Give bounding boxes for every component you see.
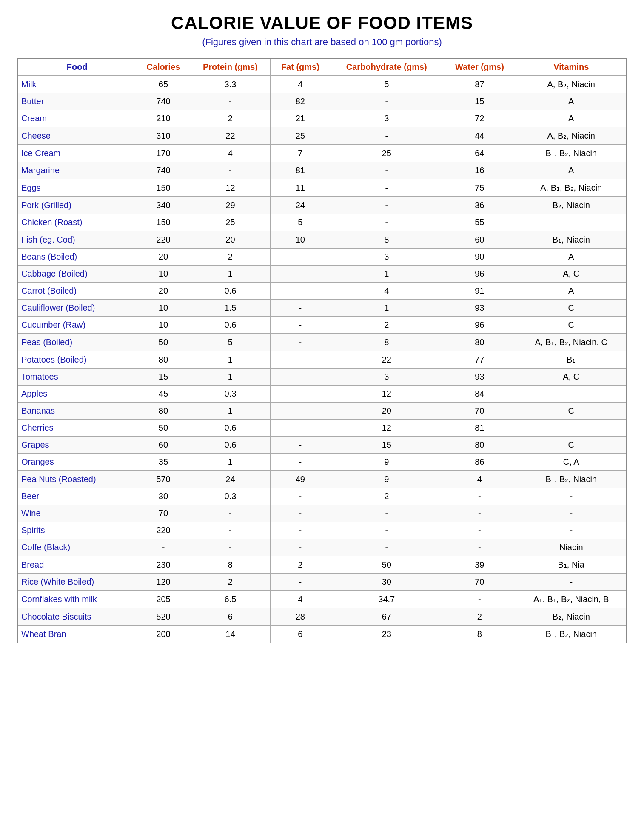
cell-23-5: 4	[443, 471, 516, 488]
cell-30-2: 6.5	[190, 591, 271, 608]
cell-9-4: 8	[330, 231, 443, 249]
cell-27-0: Coffe (Black)	[17, 539, 137, 556]
cell-0-6: A, B₂, Niacin	[516, 76, 627, 93]
cell-9-5: 60	[443, 231, 516, 249]
cell-31-0: Chocolate Biscuits	[17, 608, 137, 626]
cell-15-3: -	[271, 334, 330, 351]
cell-10-0: Beans (Boiled)	[17, 249, 137, 266]
cell-28-3: 2	[271, 556, 330, 574]
cell-3-4: -	[330, 127, 443, 145]
table-row: Spirits220-----	[17, 522, 627, 539]
cell-30-4: 34.7	[330, 591, 443, 608]
cell-0-0: Milk	[17, 76, 137, 93]
cell-10-3: -	[271, 249, 330, 266]
cell-24-4: 2	[330, 488, 443, 505]
cell-22-0: Oranges	[17, 454, 137, 471]
table-row: Milk653.34587A, B₂, Niacin	[17, 76, 627, 93]
cell-22-1: 35	[137, 454, 190, 471]
cell-27-1: -	[137, 539, 190, 556]
table-row: Cherries500.6-1281-	[17, 420, 627, 437]
cell-19-1: 80	[137, 403, 190, 420]
cell-2-1: 210	[137, 110, 190, 127]
cell-12-2: 0.6	[190, 283, 271, 300]
cell-32-2: 14	[190, 626, 271, 643]
cell-20-1: 50	[137, 420, 190, 437]
cell-1-0: Butter	[17, 93, 137, 110]
cell-32-0: Wheat Bran	[17, 626, 137, 643]
cell-7-0: Pork (Grilled)	[17, 197, 137, 214]
cell-4-5: 64	[443, 145, 516, 162]
cell-16-0: Potatoes (Boiled)	[17, 351, 137, 369]
cell-20-6: -	[516, 420, 627, 437]
cell-1-6: A	[516, 93, 627, 110]
cell-7-4: -	[330, 197, 443, 214]
cell-26-6: -	[516, 522, 627, 539]
cell-25-6: -	[516, 505, 627, 522]
cell-26-5: -	[443, 522, 516, 539]
cell-12-6: A	[516, 283, 627, 300]
cell-1-4: -	[330, 93, 443, 110]
cell-6-3: 11	[271, 179, 330, 197]
column-header-0: Food	[17, 58, 137, 76]
cell-32-4: 23	[330, 626, 443, 643]
cell-20-4: 12	[330, 420, 443, 437]
table-row: Cabbage (Boiled)101-196A, C	[17, 266, 627, 283]
cell-17-1: 15	[137, 369, 190, 386]
table-row: Cheese3102225-44A, B₂, Niacin	[17, 127, 627, 145]
cell-10-6: A	[516, 249, 627, 266]
cell-4-3: 7	[271, 145, 330, 162]
cell-29-4: 30	[330, 574, 443, 591]
cell-22-5: 86	[443, 454, 516, 471]
cell-28-1: 230	[137, 556, 190, 574]
cell-4-6: B₁, B₂, Niacin	[516, 145, 627, 162]
cell-2-4: 3	[330, 110, 443, 127]
cell-21-4: 15	[330, 437, 443, 454]
cell-31-5: 2	[443, 608, 516, 626]
cell-7-1: 340	[137, 197, 190, 214]
cell-16-4: 22	[330, 351, 443, 369]
cell-19-3: -	[271, 403, 330, 420]
cell-12-0: Carrot (Boiled)	[17, 283, 137, 300]
page-title: CALORIE VALUE OF FOOD ITEMS	[17, 13, 627, 33]
column-header-1: Calories	[137, 58, 190, 76]
cell-1-2: -	[190, 93, 271, 110]
cell-29-1: 120	[137, 574, 190, 591]
cell-31-2: 6	[190, 608, 271, 626]
cell-13-0: Cauliflower (Boiled)	[17, 300, 137, 317]
cell-18-2: 0.3	[190, 386, 271, 403]
cell-7-5: 36	[443, 197, 516, 214]
cell-14-4: 2	[330, 317, 443, 334]
table-row: Rice (White Boiled)1202-3070-	[17, 574, 627, 591]
cell-24-5: -	[443, 488, 516, 505]
cell-16-3: -	[271, 351, 330, 369]
table-row: Peas (Boiled)505-880A, B₁, B₂, Niacin, C	[17, 334, 627, 351]
cell-25-3: -	[271, 505, 330, 522]
cell-2-5: 72	[443, 110, 516, 127]
cell-27-3: -	[271, 539, 330, 556]
cell-15-1: 50	[137, 334, 190, 351]
cell-25-4: -	[330, 505, 443, 522]
cell-5-2: -	[190, 162, 271, 179]
column-header-4: Carbohydrate (gms)	[330, 58, 443, 76]
cell-23-4: 9	[330, 471, 443, 488]
cell-7-3: 24	[271, 197, 330, 214]
cell-30-0: Cornflakes with milk	[17, 591, 137, 608]
cell-5-5: 16	[443, 162, 516, 179]
cell-26-1: 220	[137, 522, 190, 539]
cell-26-0: Spirits	[17, 522, 137, 539]
cell-7-2: 29	[190, 197, 271, 214]
cell-29-2: 2	[190, 574, 271, 591]
cell-5-0: Margarine	[17, 162, 137, 179]
table-row: Chocolate Biscuits520628672B₂, Niacin	[17, 608, 627, 626]
cell-3-0: Cheese	[17, 127, 137, 145]
table-row: Coffe (Black)-----Niacin	[17, 539, 627, 556]
cell-9-6: B₁, Niacin	[516, 231, 627, 249]
table-row: Pork (Grilled)3402924-36B₂, Niacin	[17, 197, 627, 214]
column-header-2: Protein (gms)	[190, 58, 271, 76]
cell-30-3: 4	[271, 591, 330, 608]
cell-3-1: 310	[137, 127, 190, 145]
cell-20-0: Cherries	[17, 420, 137, 437]
cell-5-1: 740	[137, 162, 190, 179]
cell-17-5: 93	[443, 369, 516, 386]
cell-8-3: 5	[271, 214, 330, 231]
